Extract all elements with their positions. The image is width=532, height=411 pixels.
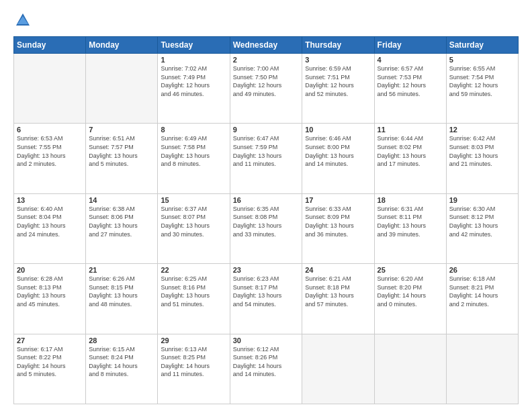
calendar-cell: 9Sunrise: 6:47 AM Sunset: 7:59 PM Daylig… (230, 124, 302, 193)
day-number: 22 (161, 266, 226, 274)
day-number: 16 (233, 196, 300, 204)
logo-icon (13, 11, 32, 30)
day-number: 9 (233, 126, 300, 134)
day-info: Sunrise: 7:02 AM Sunset: 7:49 PM Dayligh… (161, 64, 226, 98)
calendar-day-header: Wednesday (230, 37, 302, 54)
calendar-table: SundayMondayTuesdayWednesdayThursdayFrid… (13, 36, 519, 404)
day-number: 4 (378, 56, 443, 64)
day-number: 17 (305, 196, 371, 204)
calendar-day-header: Friday (374, 37, 446, 54)
calendar-week-row: 20Sunrise: 6:28 AM Sunset: 8:13 PM Dayli… (14, 264, 519, 334)
calendar-header-row: SundayMondayTuesdayWednesdayThursdayFrid… (14, 37, 519, 54)
calendar-cell: 15Sunrise: 6:37 AM Sunset: 8:07 PM Dayli… (158, 193, 230, 263)
day-info: Sunrise: 6:12 AM Sunset: 8:26 PM Dayligh… (233, 345, 300, 379)
day-info: Sunrise: 6:47 AM Sunset: 7:59 PM Dayligh… (233, 134, 300, 168)
day-info: Sunrise: 6:40 AM Sunset: 8:04 PM Dayligh… (17, 205, 83, 238)
day-number: 12 (449, 126, 515, 134)
calendar-cell: 4Sunrise: 6:57 AM Sunset: 7:53 PM Daylig… (374, 54, 446, 124)
day-info: Sunrise: 6:44 AM Sunset: 8:02 PM Dayligh… (378, 134, 443, 168)
calendar-cell: 10Sunrise: 6:46 AM Sunset: 8:00 PM Dayli… (302, 124, 374, 193)
calendar-cell: 17Sunrise: 6:33 AM Sunset: 8:09 PM Dayli… (302, 193, 374, 263)
day-info: Sunrise: 6:30 AM Sunset: 8:12 PM Dayligh… (449, 205, 515, 238)
calendar-day-header: Sunday (14, 37, 86, 54)
day-number: 10 (305, 126, 371, 134)
day-number: 29 (161, 336, 226, 345)
calendar-cell: 24Sunrise: 6:21 AM Sunset: 8:18 PM Dayli… (302, 264, 374, 334)
day-number: 6 (17, 126, 83, 134)
calendar-cell: 25Sunrise: 6:20 AM Sunset: 8:20 PM Dayli… (374, 264, 446, 334)
calendar-cell (374, 334, 446, 404)
day-number: 18 (378, 196, 443, 204)
day-number: 25 (378, 266, 443, 274)
day-number: 24 (305, 266, 371, 274)
calendar-cell: 18Sunrise: 6:31 AM Sunset: 8:11 PM Dayli… (374, 193, 446, 263)
day-info: Sunrise: 6:42 AM Sunset: 8:03 PM Dayligh… (449, 134, 515, 168)
calendar-cell: 8Sunrise: 6:49 AM Sunset: 7:58 PM Daylig… (158, 124, 230, 193)
day-info: Sunrise: 6:25 AM Sunset: 8:16 PM Dayligh… (161, 275, 226, 308)
day-info: Sunrise: 6:59 AM Sunset: 7:51 PM Dayligh… (305, 64, 371, 98)
calendar-cell: 29Sunrise: 6:13 AM Sunset: 8:25 PM Dayli… (158, 334, 230, 404)
day-number: 23 (233, 266, 300, 274)
calendar-cell: 22Sunrise: 6:25 AM Sunset: 8:16 PM Dayli… (158, 264, 230, 334)
day-number: 2 (233, 56, 300, 64)
calendar-cell: 2Sunrise: 7:00 AM Sunset: 7:50 PM Daylig… (230, 54, 302, 124)
day-info: Sunrise: 6:13 AM Sunset: 8:25 PM Dayligh… (161, 345, 226, 379)
day-number: 19 (449, 196, 515, 204)
calendar-cell: 16Sunrise: 6:35 AM Sunset: 8:08 PM Dayli… (230, 193, 302, 263)
day-info: Sunrise: 6:26 AM Sunset: 8:15 PM Dayligh… (89, 275, 154, 308)
calendar-cell: 27Sunrise: 6:17 AM Sunset: 8:22 PM Dayli… (14, 334, 86, 404)
day-info: Sunrise: 6:31 AM Sunset: 8:11 PM Dayligh… (378, 205, 443, 238)
calendar-cell: 26Sunrise: 6:18 AM Sunset: 8:21 PM Dayli… (446, 264, 518, 334)
day-number: 11 (378, 126, 443, 134)
calendar-day-header: Thursday (302, 37, 374, 54)
day-number: 27 (17, 336, 83, 345)
calendar-cell: 13Sunrise: 6:40 AM Sunset: 8:04 PM Dayli… (14, 193, 86, 263)
day-number: 26 (449, 266, 515, 274)
day-info: Sunrise: 6:23 AM Sunset: 8:17 PM Dayligh… (233, 275, 300, 308)
calendar-cell: 14Sunrise: 6:38 AM Sunset: 8:06 PM Dayli… (86, 193, 158, 263)
day-info: Sunrise: 6:38 AM Sunset: 8:06 PM Dayligh… (89, 205, 154, 238)
calendar-cell: 28Sunrise: 6:15 AM Sunset: 8:24 PM Dayli… (86, 334, 158, 404)
calendar-cell: 5Sunrise: 6:55 AM Sunset: 7:54 PM Daylig… (446, 54, 518, 124)
calendar-week-row: 27Sunrise: 6:17 AM Sunset: 8:22 PM Dayli… (14, 334, 519, 404)
day-info: Sunrise: 6:21 AM Sunset: 8:18 PM Dayligh… (305, 275, 371, 308)
calendar-cell: 19Sunrise: 6:30 AM Sunset: 8:12 PM Dayli… (446, 193, 518, 263)
calendar-day-header: Saturday (446, 37, 518, 54)
day-info: Sunrise: 6:57 AM Sunset: 7:53 PM Dayligh… (378, 64, 443, 98)
calendar-cell: 1Sunrise: 7:02 AM Sunset: 7:49 PM Daylig… (158, 54, 230, 124)
calendar-day-header: Monday (86, 37, 158, 54)
header (13, 11, 519, 30)
day-info: Sunrise: 6:53 AM Sunset: 7:55 PM Dayligh… (17, 134, 83, 168)
day-info: Sunrise: 6:15 AM Sunset: 8:24 PM Dayligh… (89, 345, 154, 379)
day-info: Sunrise: 6:55 AM Sunset: 7:54 PM Dayligh… (449, 64, 515, 98)
day-info: Sunrise: 6:35 AM Sunset: 8:08 PM Dayligh… (233, 205, 300, 238)
day-number: 14 (89, 196, 154, 204)
calendar-cell (14, 54, 86, 124)
calendar-cell (446, 334, 518, 404)
day-info: Sunrise: 6:20 AM Sunset: 8:20 PM Dayligh… (378, 275, 443, 308)
day-info: Sunrise: 6:49 AM Sunset: 7:58 PM Dayligh… (161, 134, 226, 168)
day-info: Sunrise: 6:37 AM Sunset: 8:07 PM Dayligh… (161, 205, 226, 238)
day-number: 28 (89, 336, 154, 345)
calendar-cell: 12Sunrise: 6:42 AM Sunset: 8:03 PM Dayli… (446, 124, 518, 193)
calendar-cell: 6Sunrise: 6:53 AM Sunset: 7:55 PM Daylig… (14, 124, 86, 193)
day-number: 30 (233, 336, 300, 345)
day-number: 8 (161, 126, 226, 134)
day-info: Sunrise: 7:00 AM Sunset: 7:50 PM Dayligh… (233, 64, 300, 98)
calendar-cell: 23Sunrise: 6:23 AM Sunset: 8:17 PM Dayli… (230, 264, 302, 334)
calendar-cell: 30Sunrise: 6:12 AM Sunset: 8:26 PM Dayli… (230, 334, 302, 404)
page: SundayMondayTuesdayWednesdayThursdayFrid… (0, 0, 532, 411)
day-info: Sunrise: 6:46 AM Sunset: 8:00 PM Dayligh… (305, 134, 371, 168)
calendar-cell: 7Sunrise: 6:51 AM Sunset: 7:57 PM Daylig… (86, 124, 158, 193)
calendar-cell (86, 54, 158, 124)
calendar-week-row: 1Sunrise: 7:02 AM Sunset: 7:49 PM Daylig… (14, 54, 519, 124)
day-info: Sunrise: 6:17 AM Sunset: 8:22 PM Dayligh… (17, 345, 83, 379)
calendar-cell (302, 334, 374, 404)
calendar-cell: 21Sunrise: 6:26 AM Sunset: 8:15 PM Dayli… (86, 264, 158, 334)
calendar-cell: 3Sunrise: 6:59 AM Sunset: 7:51 PM Daylig… (302, 54, 374, 124)
day-number: 13 (17, 196, 83, 204)
calendar-cell: 20Sunrise: 6:28 AM Sunset: 8:13 PM Dayli… (14, 264, 86, 334)
day-number: 21 (89, 266, 154, 274)
day-number: 3 (305, 56, 371, 64)
calendar-day-header: Tuesday (158, 37, 230, 54)
